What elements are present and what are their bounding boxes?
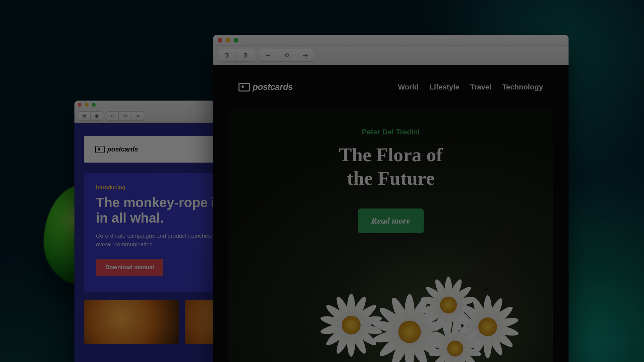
reply-all-button[interactable]: ⟲ [277,49,296,62]
close-icon[interactable] [78,103,82,107]
minimize-icon[interactable] [226,38,230,43]
daisy-icon [319,293,383,357]
forward-icon: ➔ [136,113,140,119]
article-title-line: The Flora of [339,144,442,166]
brand-name: postcards [107,145,138,153]
close-icon[interactable] [218,38,222,43]
thumbnail-image [84,300,179,344]
email-canvas: postcards World Lifestyle Travel Technol… [213,65,569,362]
download-manual-button[interactable]: Download manual [96,259,163,276]
trash-x-icon: 🗑 [95,113,99,119]
forward-icon: ➔ [303,52,308,59]
nav-link-world[interactable]: World [398,83,419,92]
trash-x-icon: 🗑 [243,52,249,59]
reply-icon: ↩ [110,113,114,119]
nav-link-technology[interactable]: Technology [502,83,543,92]
trash-icon: 🗑 [224,52,230,59]
site-nav: postcards World Lifestyle Travel Technol… [213,65,569,109]
zoom-icon[interactable] [234,38,238,43]
forward-button[interactable]: ➔ [131,111,144,121]
reply-all-icon: ⟲ [284,52,289,59]
read-more-button[interactable]: Read more [358,208,424,233]
trash-button[interactable]: 🗑 [78,111,91,121]
window-titlebar [213,35,569,46]
minimize-icon[interactable] [85,103,89,107]
window-traffic-lights [218,38,238,43]
article-title-line: the Future [347,167,435,189]
editor-window-front: 🗑 🗑 ↩ ⟲ ➔ postcards World Lifestyle Trav… [213,35,569,362]
article-hero: Peter Del Tredici The Flora of the Futur… [228,109,553,362]
brand-name: postcards [253,82,293,92]
forward-button[interactable]: ➔ [296,49,315,62]
reply-icon: ↩ [266,52,271,59]
trash-icon: 🗑 [82,113,87,119]
nav-links: World Lifestyle Travel Technology [398,83,543,92]
trash-button[interactable]: 🗑 [218,49,236,62]
daisy-icon [371,294,448,362]
zoom-icon[interactable] [92,103,96,107]
trash-x-button[interactable]: 🗑 [91,111,103,121]
postcards-logo-icon [238,83,250,92]
postcards-logo-icon [95,146,105,153]
article-title: The Flora of the Future [228,143,553,190]
reply-all-icon: ⟲ [123,113,127,119]
brand-logo: postcards [238,82,293,92]
reply-all-button[interactable]: ⟲ [119,111,131,121]
nav-link-travel[interactable]: Travel [470,83,492,92]
svg-point-0 [484,287,488,291]
editor-toolbar: 🗑 🗑 ↩ ⟲ ➔ [213,46,569,65]
trash-x-button[interactable]: 🗑 [236,49,255,62]
article-author: Peter Del Tredici [228,128,553,136]
nav-link-lifestyle[interactable]: Lifestyle [429,83,459,92]
reply-button[interactable]: ↩ [259,49,277,62]
reply-button[interactable]: ↩ [106,111,119,121]
rabbit-illustration [446,223,533,337]
window-traffic-lights [78,103,96,107]
